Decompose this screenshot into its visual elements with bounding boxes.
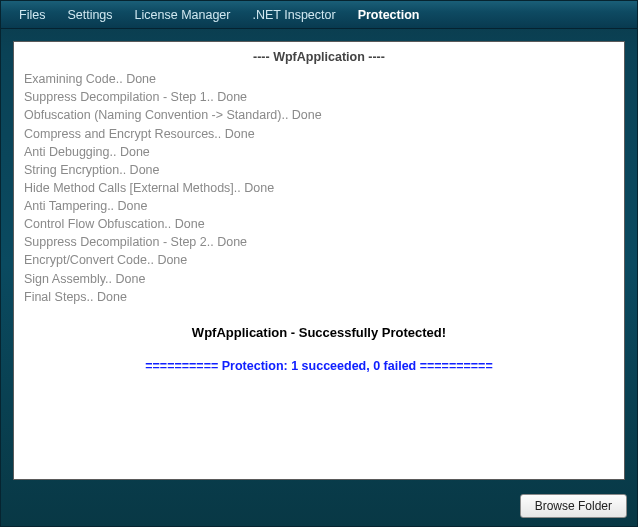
menu-settings[interactable]: Settings <box>57 4 122 26</box>
success-message: WpfApplication - Successfully Protected! <box>24 324 614 343</box>
content-area: ---- WpfApplication ---- Examining Code.… <box>1 29 637 492</box>
log-line: String Encryption.. Done <box>24 161 614 179</box>
menu-license-manager[interactable]: License Manager <box>125 4 241 26</box>
menu-files[interactable]: Files <box>9 4 55 26</box>
app-window: Files Settings License Manager .NET Insp… <box>0 0 638 527</box>
log-line: Obfuscation (Naming Convention -> Standa… <box>24 106 614 124</box>
log-line: Final Steps.. Done <box>24 288 614 306</box>
summary-line: ========== Protection: 1 succeeded, 0 fa… <box>24 357 614 375</box>
log-line: Hide Method Calls [External Methods].. D… <box>24 179 614 197</box>
log-line: Suppress Decompilation - Step 2.. Done <box>24 233 614 251</box>
log-line: Control Flow Obfuscation.. Done <box>24 215 614 233</box>
browse-folder-button[interactable]: Browse Folder <box>520 494 627 518</box>
log-line: Examining Code.. Done <box>24 70 614 88</box>
log-panel: ---- WpfApplication ---- Examining Code.… <box>13 41 625 480</box>
log-line: Suppress Decompilation - Step 1.. Done <box>24 88 614 106</box>
menu-net-inspector[interactable]: .NET Inspector <box>242 4 345 26</box>
log-line: Anti Debugging.. Done <box>24 143 614 161</box>
log-line: Anti Tampering.. Done <box>24 197 614 215</box>
footer: Browse Folder <box>1 492 637 526</box>
menu-protection[interactable]: Protection <box>348 4 430 26</box>
log-line: Sign Assembly.. Done <box>24 270 614 288</box>
log-header: ---- WpfApplication ---- <box>24 48 614 66</box>
menubar: Files Settings License Manager .NET Insp… <box>1 1 637 29</box>
log-line: Compress and Encrypt Resources.. Done <box>24 125 614 143</box>
log-line: Encrypt/Convert Code.. Done <box>24 251 614 269</box>
